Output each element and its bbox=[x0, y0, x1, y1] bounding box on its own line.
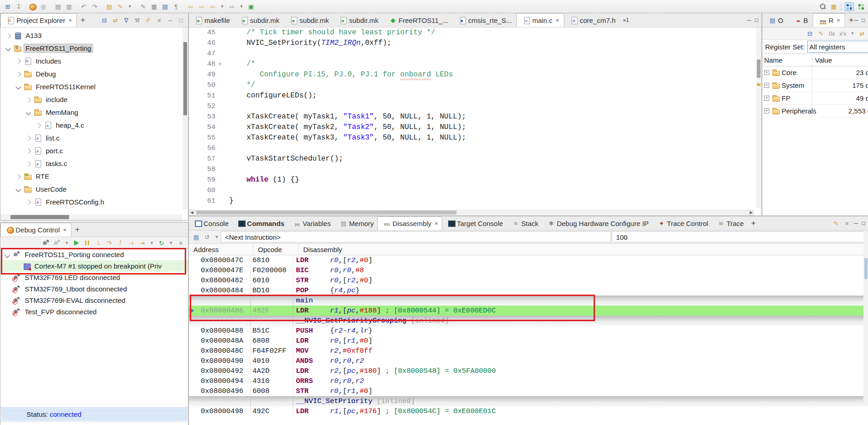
new-view-tab-button[interactable]: + bbox=[71, 223, 83, 237]
expand-icon[interactable]: + bbox=[764, 96, 769, 101]
tree-item-port-c[interactable]: .cport.c bbox=[0, 144, 188, 157]
disassembly-row-0x08000488[interactable]: 0x08000488B51CPUSH{r2-r4,lr} bbox=[189, 326, 868, 336]
register-group-system[interactable]: +System175 of 17 bbox=[762, 79, 868, 92]
disconnect-icon[interactable] bbox=[53, 239, 61, 247]
tree-item-freertos11kernel[interactable]: FreeRTOS11Kernel bbox=[0, 80, 188, 93]
step-over-icon[interactable]: ↷ bbox=[105, 239, 113, 247]
register-group-core[interactable]: +Core23 of 23 bbox=[762, 66, 868, 79]
editor-tab-subdir-mk[interactable]: ◉subdir.mk bbox=[333, 13, 383, 27]
fold-marker-icon[interactable]: ⊖ bbox=[218, 59, 221, 70]
editor-tab-subdir-mk[interactable]: ◉subdir.mk bbox=[235, 13, 284, 27]
registers-col-name[interactable]: Name bbox=[762, 54, 812, 66]
view-menu-icon[interactable]: ≡ bbox=[177, 239, 185, 247]
link-editor-icon[interactable]: ⇄ bbox=[111, 16, 119, 24]
tree-item-includes[interactable]: hIncludes bbox=[0, 54, 188, 67]
save-all-icon[interactable]: ▥ bbox=[65, 3, 73, 11]
new-fast-view-icon[interactable]: ▣ bbox=[247, 3, 255, 11]
code-line-60[interactable]: 60 bbox=[189, 185, 754, 196]
disassembly-col-opcode[interactable]: Opcode bbox=[253, 244, 299, 255]
bottom-tab-console[interactable]: Console bbox=[189, 216, 232, 230]
tree-item-tasks-c[interactable]: .ctasks.c bbox=[0, 157, 188, 170]
filter-icon[interactable]: ∇ bbox=[122, 16, 130, 24]
tree-item-memmang[interactable]: MemMang bbox=[0, 106, 188, 118]
code-line-58[interactable]: 58 bbox=[189, 164, 754, 175]
editor-tab-core-cm7-h[interactable]: .hcore_cm7.h bbox=[564, 13, 620, 27]
c-perspective-icon[interactable] bbox=[857, 2, 866, 11]
new-view-tab-button[interactable]: + bbox=[747, 216, 759, 230]
close-icon[interactable]: × bbox=[63, 226, 67, 233]
editor-tab-subdir-mk[interactable]: ◉subdir.mk bbox=[284, 13, 333, 27]
show-whitespace-icon[interactable]: ¶ bbox=[172, 3, 180, 11]
project-explorer-vscrollbar[interactable] bbox=[182, 27, 188, 210]
bottom-tab-trace[interactable]: ≋Trace bbox=[712, 216, 748, 230]
register-group-peripherals[interactable]: +Peripherals2,553 of 2, bbox=[762, 105, 868, 118]
back-dropdown-icon[interactable]: ▼ bbox=[220, 3, 225, 11]
connect-icon[interactable] bbox=[42, 239, 50, 247]
hex-format-icon[interactable]: 0x bbox=[828, 30, 836, 38]
tab-debug-control[interactable]: Debug Control × bbox=[0, 223, 71, 237]
search-icon[interactable] bbox=[819, 3, 827, 11]
previous-annotation-icon[interactable]: ⇦ bbox=[187, 3, 195, 11]
code-line-61[interactable]: 61} bbox=[189, 196, 754, 206]
debug-target-stm32f769-led-disconnected[interactable]: STM32F769 LED disconnected bbox=[0, 272, 188, 283]
bottom-tab-stack[interactable]: ≡Stack bbox=[507, 216, 542, 230]
view-tab-breakpoints[interactable]: ●●B bbox=[788, 13, 813, 27]
refresh-view-icon[interactable]: ▤ bbox=[192, 233, 200, 241]
editor-tab-cmsis-rte-s-[interactable]: ◆cmsis_rte_S... bbox=[453, 13, 516, 27]
registers-col-value[interactable]: Value bbox=[812, 56, 832, 64]
maximize-icon[interactable]: □ bbox=[753, 17, 760, 23]
disassembly-row-0x08000496[interactable]: 0x080004966008STRr0,[r1,#0] bbox=[189, 386, 868, 396]
skip-breakpoints-icon[interactable]: ◎ bbox=[39, 3, 48, 11]
tree-item-rte[interactable]: ✛RTE bbox=[0, 170, 188, 183]
next-annotation-icon[interactable]: ⇨ bbox=[198, 3, 206, 11]
redo-icon[interactable]: ↷ bbox=[91, 3, 99, 11]
code-line-48[interactable]: 48⊖/* bbox=[189, 59, 754, 70]
code-line-56[interactable]: 56 bbox=[189, 143, 754, 154]
debug-target-cortex-m7-1-stopped-on-breakpoint-priv[interactable]: Cortex-M7 #1 stopped on breakpoint (Priv bbox=[0, 260, 188, 272]
code-line-55[interactable]: 55xTaskCreate( myTask3, "Task3", 50, NUL… bbox=[189, 133, 754, 143]
code-line-51[interactable]: 51configureLEDs(); bbox=[189, 91, 754, 101]
refresh-icon[interactable]: ⇄ bbox=[858, 30, 866, 38]
disassembly-row-0x0800047c[interactable]: 0x0800047C6810LDRr0,[r2,#0] bbox=[189, 255, 868, 265]
dropdown-icon[interactable]: ▼ bbox=[127, 3, 133, 11]
tree-item-freertosconfig-h[interactable]: .hFreeRTOSConfig.h bbox=[0, 195, 188, 208]
maximize-icon[interactable]: □ bbox=[177, 16, 185, 24]
disassembly-label-main[interactable]: main bbox=[189, 296, 868, 306]
maximize-icon[interactable]: □ bbox=[860, 17, 867, 23]
restart-dropdown-icon[interactable]: ▼ bbox=[168, 239, 174, 247]
disassembly-row-0x08000498[interactable]: 0x08000498492CLDRr1,[pc,#176] ; [0x80005… bbox=[189, 406, 868, 416]
editor-tab-freertos11-[interactable]: ◆FreeRTOS11_... bbox=[383, 13, 452, 27]
disassembly-label-nvic_setprioritygrouping[interactable]: __NVIC_SetPriorityGrouping [inlined] bbox=[189, 316, 868, 326]
back-icon[interactable]: ⇦ bbox=[209, 3, 217, 11]
history-icon[interactable]: ↺ bbox=[203, 233, 211, 241]
collapse-all-icon[interactable]: ⊟ bbox=[806, 30, 814, 38]
debug-target-test-fvp-disconnected[interactable]: Test_FVP disconnected bbox=[0, 306, 188, 317]
disassembly-vscrollbar[interactable] bbox=[863, 231, 868, 404]
outline-icon[interactable]: ▤ bbox=[161, 3, 169, 11]
format-icon[interactable]: ✎ bbox=[139, 3, 147, 11]
disassembly-address-field[interactable]: <Next Instruction> bbox=[221, 231, 611, 242]
instruction-step-icon[interactable]: ⇢ bbox=[127, 239, 135, 247]
open-perspective-icon[interactable]: ▦ bbox=[830, 3, 838, 11]
maximize-icon[interactable]: □ bbox=[860, 220, 867, 226]
history-dropdown-icon[interactable]: ▼ bbox=[214, 233, 220, 241]
minimize-icon[interactable]: ─ bbox=[852, 220, 860, 226]
expand-icon[interactable]: + bbox=[764, 108, 769, 113]
tree-item-freertos11-porting[interactable]: CFreeRTOS11_Porting bbox=[0, 42, 188, 54]
tree-item-heap-4-c[interactable]: .cheap_4.c bbox=[0, 118, 188, 131]
debug-target-freertos11-porting-connected[interactable]: FreeRTOS11_Porting connected bbox=[0, 249, 188, 260]
run-dropdown-icon[interactable]: ▼ bbox=[149, 239, 155, 247]
code-line-50[interactable]: 50*/ bbox=[189, 80, 754, 91]
code-line-59[interactable]: 59while (1) {} bbox=[189, 175, 754, 185]
tree-item-a133[interactable]: A133 bbox=[0, 29, 188, 42]
tab-project-explorer[interactable]: ▤ Project Explorer × bbox=[0, 13, 77, 27]
resume-icon[interactable] bbox=[72, 239, 80, 247]
code-line-46[interactable]: 46NVIC_SetPriority(TIM2_IRQn,0xff); bbox=[189, 38, 754, 48]
minimize-icon[interactable]: ─ bbox=[745, 17, 753, 23]
bottom-tab-trace-control[interactable]: ✦Trace Control bbox=[652, 216, 712, 230]
disassembly-row-0x08000494[interactable]: 0x080004944310ORRSr0,r0,r2 bbox=[189, 376, 868, 386]
view-tab-registers[interactable]: 010R× bbox=[813, 13, 845, 27]
new-wizard-icon[interactable]: ⊞ bbox=[4, 3, 12, 11]
step-into-icon[interactable]: ⤵ bbox=[94, 239, 102, 247]
bottom-tab-commands[interactable]: Commands bbox=[232, 216, 288, 230]
